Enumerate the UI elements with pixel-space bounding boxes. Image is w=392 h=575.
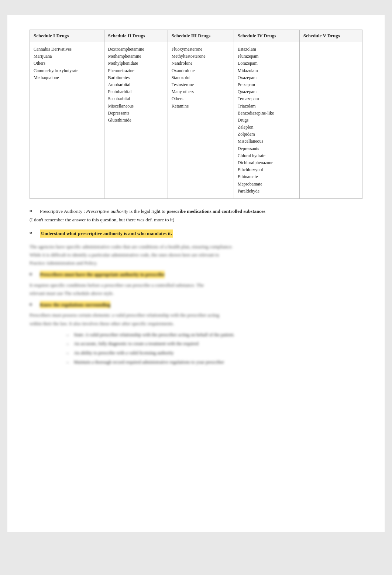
sub-dash-4: – [66, 359, 74, 366]
blurred-para1-line2: While it is difficult to identify a part… [30, 252, 219, 258]
bullet-prescriptive-authority: o Prescriptive Authority : Prescriptive … [30, 208, 362, 215]
cell-item: Stanozolol [172, 74, 230, 81]
cell-item: Temazepam [238, 95, 296, 102]
col-header-1: Schedule I Drugs [30, 30, 104, 42]
blurred-para1-line1: The agencies have specific administrativ… [30, 244, 233, 249]
cell-item: Nandrolone [172, 60, 230, 67]
cell-item: Secobarbital [108, 95, 164, 102]
blurred-para3-line1: Prescribers must possess certain element… [30, 312, 219, 318]
bullet1-bold: prescribe medications and controlled sub… [166, 208, 265, 214]
schedule5-cell [299, 42, 362, 199]
bullet-marker-2: o [30, 229, 36, 235]
cell-item: Testosterone [172, 81, 230, 88]
cell-item: Methamphetamine [108, 53, 164, 60]
cell-item: Methyltestosterone [172, 53, 230, 60]
sub-bullet-2: – An accurate, fully diagnostic to creat… [66, 340, 362, 347]
col-header-5: Schedule V Drugs [299, 30, 362, 42]
bullet-understand-authority: o Understand what prescriptive authority… [30, 229, 362, 238]
cell-item: Miscellaneous [238, 138, 296, 145]
blurred-para2-line2: relevant must use The schedule above sty… [30, 290, 114, 296]
cell-item: Many others [172, 88, 230, 95]
sub-dash-3: – [66, 350, 74, 357]
sub-dash-1: – [66, 331, 74, 338]
cell-item: Ethchlorvynol [238, 166, 296, 173]
blurred-para3-line2: within their the law. It also involves t… [30, 321, 174, 326]
cell-item: Chloral hydrate [238, 152, 296, 159]
sub-bullets-list: – State: A valid prescriber relationship… [66, 331, 362, 366]
cell-item: Depressants [238, 145, 296, 152]
blurred-bullet4-text: Know the regulations surrounding [40, 301, 110, 309]
blurred-para-2: It requires specific conditions before a… [30, 281, 362, 297]
blurred-para2-line1: It requires specific conditions before a… [30, 282, 204, 288]
cell-item: Barbiturates [108, 74, 164, 81]
schedule-table: Schedule I Drugs Schedule II Drugs Sched… [30, 30, 362, 199]
schedule2-cell: DextroamphetamineMethamphetamineMethylph… [104, 42, 168, 199]
schedule4-cell: EstazolamFlurazepamLorazepamMidazolamOxa… [234, 42, 299, 199]
cell-item: Prazepam [238, 81, 296, 88]
cell-item: Lorazepam [238, 60, 296, 67]
cell-item: Miscellaneous [108, 103, 164, 110]
col-header-3: Schedule III Drugs [168, 30, 234, 42]
note-text: (I don't remember the answer to this que… [30, 217, 362, 223]
sub-bullet-text-4: Maintain a thorough record required admi… [74, 359, 224, 366]
bullet1-suffix: is the legal right to [128, 208, 166, 214]
sub-bullet-text-3: An ability to prescribe with a valid lic… [74, 350, 174, 357]
cell-item: Others [172, 95, 230, 102]
blurred-bullet4-marker: o [30, 301, 36, 307]
bullet-marker-1: o [30, 208, 36, 214]
blurred-para-1: The agencies have specific administrativ… [30, 243, 362, 267]
blurred-bullet-3: o Prescribers must have the appropriate … [30, 271, 362, 278]
cell-item: Midazolam [238, 67, 296, 74]
blurred-bullet-4: o Know the regulations surrounding [30, 301, 362, 309]
cell-item: Benzodiazepine-like [238, 110, 296, 117]
cell-item: Zolpidem [238, 131, 296, 138]
cell-item: Meprobamate [238, 181, 296, 188]
cell-item: Methaqualone [34, 74, 100, 81]
sub-dash-2: – [66, 340, 74, 347]
table-row: Cannabis DerivativesMarijuanaOthersGamma… [30, 42, 362, 199]
bullet-content-1: Prescriptive Authority : Prescriptive au… [40, 208, 265, 215]
cell-item: Ethinamate [238, 173, 296, 180]
cell-item: Fluoxymesterone [172, 46, 230, 53]
sub-bullet-4: – Maintain a thorough record required ad… [66, 359, 362, 366]
cell-item: Paraldehyde [238, 188, 296, 195]
col-header-2: Schedule II Drugs [104, 30, 168, 42]
cell-item: Ketamine [172, 103, 230, 110]
cell-item: Triazolam [238, 103, 296, 110]
blurred-bullet3-marker: o [30, 271, 36, 277]
cell-item: Methylphenidate [108, 60, 164, 67]
cell-item: Drugs [238, 117, 296, 124]
cell-item: Oxandrolone [172, 67, 230, 74]
cell-item: Others [34, 60, 100, 67]
page: Schedule I Drugs Schedule II Drugs Sched… [7, 15, 385, 532]
blurred-bullet3-text: Prescribers must have the appropriate au… [40, 271, 165, 278]
cell-item: Cannabis Derivatives [34, 46, 100, 53]
col-header-4: Schedule IV Drugs [234, 30, 299, 42]
cell-item: Zaleplon [238, 124, 296, 131]
schedule1-cell: Cannabis DerivativesMarijuanaOthersGamma… [30, 42, 104, 199]
bullet1-italic: Prescriptive authority [86, 208, 128, 214]
bullet1-prefix: Prescriptive Authority : [40, 208, 86, 214]
cell-item: Dichloralphenazone [238, 159, 296, 166]
blurred-para1-line3: Practice Administration and Policy. [30, 260, 97, 266]
cell-item: Glutethimide [108, 117, 164, 124]
blurred-para-3: Prescribers must possess certain element… [30, 311, 362, 327]
cell-item: Gamma-hydroxybutyrate [34, 67, 100, 74]
cell-item: Flurazepam [238, 53, 296, 60]
cell-item: Quazepam [238, 88, 296, 95]
cell-item: Marijuana [34, 53, 100, 60]
cell-item: Pentobarbital [108, 88, 164, 95]
sub-bullet-1: – State: A valid prescriber relationship… [66, 331, 362, 338]
cell-item: Amobarbital [108, 81, 164, 88]
cell-item: Oxazepam [238, 74, 296, 81]
schedule3-cell: FluoxymesteroneMethyltestosteroneNandrol… [168, 42, 234, 199]
sub-bullet-3: – An ability to prescribe with a valid l… [66, 350, 362, 357]
sub-bullet-text-2: An accurate, fully diagnostic to create … [74, 340, 199, 347]
cell-item: Dextroamphetamine [108, 46, 164, 53]
cell-item: Estazolam [238, 46, 296, 53]
cell-item: Depressants [108, 110, 164, 117]
bullet-content-2: Understand what prescriptive authority i… [40, 229, 173, 238]
sub-bullet-text-1: State: A valid prescriber relationship w… [74, 331, 234, 338]
cell-item: Phenmetrazine [108, 67, 164, 74]
